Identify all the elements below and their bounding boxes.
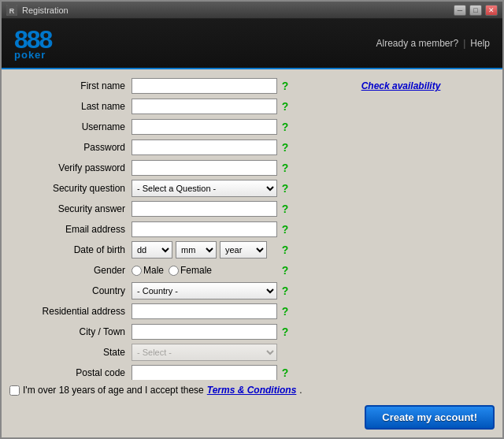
postal-code-row: Postal code ? — [9, 364, 487, 380]
country-help[interactable]: ? — [277, 285, 293, 297]
email-control — [132, 221, 277, 237]
last-name-input[interactable] — [132, 99, 277, 114]
security-answer-input[interactable] — [132, 201, 277, 217]
residential-address-control — [132, 303, 277, 319]
first-name-row: First name ? Check availability — [9, 77, 487, 95]
postal-code-input[interactable] — [132, 365, 277, 380]
last-name-help[interactable]: ? — [277, 100, 293, 113]
gender-female-label[interactable]: Female — [169, 265, 212, 276]
terms-checkbox[interactable] — [9, 385, 20, 396]
dob-control: dd010203 04050607 08091011 12131415 1617… — [132, 241, 277, 259]
dob-selects: dd010203 04050607 08091011 12131415 1617… — [132, 241, 277, 259]
window-controls: ─ □ ✕ — [454, 5, 498, 16]
dob-label: Date of birth — [9, 244, 132, 255]
last-name-row: Last name ? — [9, 98, 487, 115]
gender-control: Male Female — [132, 265, 277, 276]
dob-help[interactable]: ? — [277, 244, 293, 256]
password-control — [132, 140, 277, 155]
terms-end: . — [299, 385, 302, 396]
minimize-button[interactable]: ─ — [454, 5, 466, 16]
email-help[interactable]: ? — [277, 223, 293, 236]
logo: 888 poker — [14, 27, 51, 61]
terms-text: I'm over 18 years of age and I accept th… — [23, 385, 204, 396]
verify-password-control — [132, 160, 277, 176]
gender-row: Gender Male Female ? — [9, 262, 487, 279]
postal-code-label: Postal code — [9, 367, 132, 378]
security-question-select[interactable]: - Select a Question - What is your mothe… — [132, 180, 277, 197]
country-control: - Country - United States United Kingdom… — [132, 282, 277, 299]
check-availability: Check availability — [315, 80, 487, 91]
state-select[interactable]: - Select - — [132, 344, 277, 361]
dob-day-select[interactable]: dd010203 04050607 08091011 12131415 1617… — [132, 241, 172, 259]
gender-options: Male Female — [132, 265, 277, 276]
security-answer-help[interactable]: ? — [277, 203, 293, 215]
gender-female-text: Female — [180, 265, 212, 276]
gender-help[interactable]: ? — [277, 264, 293, 277]
gender-male-text: Male — [143, 265, 164, 276]
state-row: State - Select - ? — [9, 344, 487, 361]
verify-password-input[interactable] — [132, 160, 277, 176]
help-link[interactable]: Help — [470, 38, 490, 49]
first-name-label: First name — [9, 80, 132, 91]
verify-password-help[interactable]: ? — [277, 162, 293, 174]
check-availability-link[interactable]: Check availability — [361, 80, 441, 91]
security-answer-label: Security answer — [9, 203, 132, 214]
state-control: - Select - — [132, 344, 277, 361]
create-account-button[interactable]: Create my account! — [365, 405, 495, 430]
residential-address-input[interactable] — [132, 303, 277, 319]
create-btn-area: Create my account! — [2, 400, 502, 437]
first-name-control — [132, 78, 277, 94]
password-label: Password — [9, 142, 132, 153]
country-row: Country - Country - United States United… — [9, 282, 487, 299]
check-availability-area: Check availability — [299, 80, 487, 91]
city-town-help[interactable]: ? — [277, 326, 293, 338]
username-help[interactable]: ? — [277, 121, 293, 133]
state-label: State — [9, 347, 132, 358]
residential-address-label: Residential address — [9, 306, 132, 317]
terms-link[interactable]: Terms & Conditions — [207, 385, 297, 396]
main-window: R Registration ─ □ ✕ 888 poker Already a… — [0, 0, 504, 439]
password-input[interactable] — [132, 140, 277, 155]
residential-address-help[interactable]: ? — [277, 305, 293, 318]
security-question-row: Security question - Select a Question - … — [9, 180, 487, 197]
svg-text:R: R — [9, 7, 15, 15]
header-right: Already a member? | Help — [376, 38, 490, 49]
username-label: Username — [9, 121, 132, 132]
email-input[interactable] — [132, 221, 277, 237]
postal-code-help[interactable]: ? — [277, 366, 293, 379]
app-header: 888 poker Already a member? | Help — [2, 19, 502, 69]
first-name-help[interactable]: ? — [277, 80, 293, 92]
gender-label: Gender — [9, 265, 132, 276]
email-label: Email address — [9, 224, 132, 235]
gender-female-radio[interactable] — [169, 266, 179, 276]
titlebar: R Registration ─ □ ✕ — [2, 2, 502, 19]
already-member-text: Already a member? — [376, 38, 458, 49]
window-title: Registration — [22, 6, 449, 15]
security-question-label: Security question — [9, 183, 132, 194]
dob-year-select[interactable]: year198019811982 1983198419851986 198719… — [220, 241, 267, 259]
country-label: Country — [9, 285, 132, 296]
username-input[interactable] — [132, 119, 277, 135]
city-town-control — [132, 324, 277, 340]
username-control — [132, 119, 277, 135]
last-name-label: Last name — [9, 101, 132, 112]
password-help[interactable]: ? — [277, 141, 293, 154]
country-select[interactable]: - Country - United States United Kingdom… — [132, 282, 277, 299]
city-town-row: City / Town ? — [9, 323, 487, 340]
email-row: Email address ? — [9, 221, 487, 238]
city-town-input[interactable] — [132, 324, 277, 340]
first-name-input[interactable] — [132, 78, 277, 94]
city-town-label: City / Town — [9, 326, 132, 337]
close-button[interactable]: ✕ — [485, 5, 498, 16]
security-question-help[interactable]: ? — [277, 182, 293, 195]
security-question-control: - Select a Question - What is your mothe… — [132, 180, 277, 197]
postal-code-control — [132, 365, 277, 380]
username-row: Username ? — [9, 118, 487, 136]
residential-address-row: Residential address ? — [9, 303, 487, 320]
dob-month-select[interactable]: mm010203 04050607 08091011 12 — [176, 241, 217, 259]
gender-male-label[interactable]: Male — [132, 265, 164, 276]
maximize-button[interactable]: □ — [469, 5, 482, 16]
gender-male-radio[interactable] — [132, 266, 142, 276]
logo-poker: poker — [14, 49, 51, 61]
dob-row: Date of birth dd010203 04050607 08091011… — [9, 241, 487, 259]
